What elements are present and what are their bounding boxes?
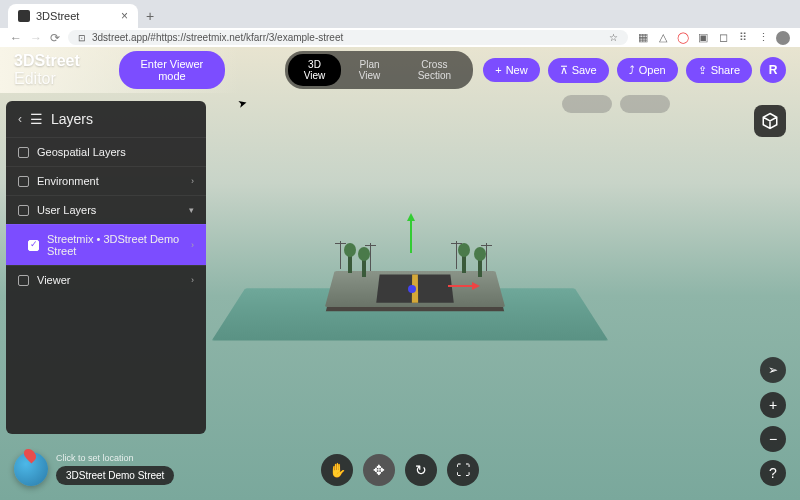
gizmo-center[interactable]	[408, 285, 416, 293]
checkbox-icon[interactable]	[18, 275, 29, 286]
open-icon: ⤴	[629, 64, 635, 76]
layer-label: User Layers	[37, 204, 96, 216]
address-bar: ← → ⟳ ⊡ 3dstreet.app/#https://streetmix.…	[0, 28, 800, 47]
user-avatar[interactable]: R	[760, 57, 786, 83]
chevron-icon: ›	[191, 275, 194, 285]
url-input[interactable]: ⊡ 3dstreet.app/#https://streetmix.net/kf…	[68, 30, 628, 45]
layer-label: Environment	[37, 175, 99, 187]
app-logo: 3DStreet Editor	[14, 52, 109, 88]
view-3d-button[interactable]: 3D View	[288, 54, 340, 86]
checkbox-icon[interactable]	[18, 205, 29, 216]
layers-header: ‹ ☰ Layers	[6, 101, 206, 137]
ext-icon[interactable]: △	[656, 31, 670, 45]
ext-icon[interactable]: ▦	[636, 31, 650, 45]
profile-avatar[interactable]	[776, 31, 790, 45]
layers-icon: ☰	[30, 111, 43, 127]
plus-icon: +	[495, 64, 501, 76]
open-button[interactable]: ⤴Open	[617, 58, 678, 82]
tab-title: 3DStreet	[36, 10, 79, 22]
view-mode-switcher: 3D View Plan View Cross Section	[285, 51, 473, 89]
view-plan-button[interactable]: Plan View	[341, 54, 399, 86]
logo-sub: Editor	[14, 70, 56, 87]
nav-back-icon[interactable]: ←	[10, 31, 22, 45]
checkbox-checked-icon[interactable]	[28, 240, 39, 251]
help-button[interactable]: ?	[760, 460, 786, 486]
app-viewport: 3DStreet Editor Enter Viewer mode 3D Vie…	[0, 47, 800, 500]
tab-favicon	[18, 10, 30, 22]
view-cross-button[interactable]: Cross Section	[399, 54, 471, 86]
layer-label: Viewer	[37, 274, 70, 286]
new-tab-button[interactable]: +	[138, 4, 162, 28]
tab-strip: 3DStreet × +	[0, 0, 800, 28]
ext-icon[interactable]: ⠿	[736, 31, 750, 45]
layer-viewer[interactable]: Viewer ›	[6, 265, 206, 294]
cube-icon	[761, 112, 779, 130]
back-icon[interactable]: ‹	[18, 112, 22, 126]
topbar-actions: +New ⊼Save ⤴Open ⇪Share R	[483, 57, 786, 83]
save-button[interactable]: ⊼Save	[548, 58, 609, 83]
save-icon: ⊼	[560, 64, 568, 77]
scale-tool[interactable]: ⛶	[447, 454, 479, 486]
move-tool[interactable]: ✥	[363, 454, 395, 486]
3d-scene[interactable]	[230, 207, 590, 377]
layers-title: Layers	[51, 111, 93, 127]
top-toolbar: 3DStreet Editor Enter Viewer mode 3D Vie…	[0, 47, 800, 93]
checkbox-icon[interactable]	[18, 147, 29, 158]
layer-label: Streetmix • 3DStreet Demo Street	[47, 233, 183, 257]
new-button[interactable]: +New	[483, 58, 539, 82]
layer-streetmix-demo[interactable]: Streetmix • 3DStreet Demo Street ›	[6, 224, 206, 265]
compass-button[interactable]: ➢	[760, 357, 786, 383]
secondary-buttons	[562, 95, 670, 113]
ghost-button[interactable]	[562, 95, 612, 113]
nav-forward-icon[interactable]: →	[30, 31, 42, 45]
globe-icon[interactable]	[14, 452, 48, 486]
chevron-down-icon: ▾	[189, 205, 194, 215]
extension-icons: ▦ △ ◯ ▣ ◻ ⠿ ⋮	[636, 31, 790, 45]
gizmo-x-axis[interactable]	[448, 285, 478, 287]
layer-label: Geospatial Layers	[37, 146, 126, 158]
nav-reload-icon[interactable]: ⟳	[50, 31, 60, 45]
zoom-out-button[interactable]: −	[760, 426, 786, 452]
tab-close-icon[interactable]: ×	[121, 9, 128, 23]
checkbox-icon[interactable]	[18, 176, 29, 187]
zoom-in-button[interactable]: +	[760, 392, 786, 418]
zoom-controls: + − ?	[760, 392, 786, 486]
location-name-chip[interactable]: 3DStreet Demo Street	[56, 466, 174, 485]
logo-main: 3DStreet	[14, 52, 80, 69]
ext-icon[interactable]: ▣	[696, 31, 710, 45]
location-hint: Click to set location	[56, 453, 174, 463]
ext-icon[interactable]: ◻	[716, 31, 730, 45]
rotate-tool[interactable]: ↻	[405, 454, 437, 486]
view-cube-button[interactable]	[754, 105, 786, 137]
ext-icon[interactable]: ◯	[676, 31, 690, 45]
share-icon: ⇪	[698, 64, 707, 77]
url-text: 3dstreet.app/#https://streetmix.net/kfar…	[92, 32, 343, 43]
browser-chrome: 3DStreet × + ← → ⟳ ⊡ 3dstreet.app/#https…	[0, 0, 800, 47]
pan-tool[interactable]: ✋	[321, 454, 353, 486]
browser-tab[interactable]: 3DStreet ×	[8, 4, 138, 28]
gizmo-y-axis[interactable]	[410, 215, 412, 253]
layer-environment[interactable]: Environment ›	[6, 166, 206, 195]
ghost-button[interactable]	[620, 95, 670, 113]
panel-spacer	[6, 294, 206, 434]
enter-viewer-mode-button[interactable]: Enter Viewer mode	[119, 51, 226, 89]
chevron-icon: ›	[191, 176, 194, 186]
chevron-icon: ›	[191, 240, 194, 250]
bookmark-icon[interactable]: ☆	[609, 32, 618, 43]
menu-icon[interactable]: ⋮	[756, 31, 770, 45]
layers-panel: ‹ ☰ Layers Geospatial Layers Environment…	[6, 101, 206, 434]
layer-user-layers[interactable]: User Layers ▾	[6, 195, 206, 224]
location-widget[interactable]: Click to set location 3DStreet Demo Stre…	[14, 452, 174, 486]
share-button[interactable]: ⇪Share	[686, 58, 752, 83]
location-text: Click to set location 3DStreet Demo Stre…	[56, 453, 174, 485]
layer-geospatial[interactable]: Geospatial Layers	[6, 137, 206, 166]
transform-toolbar: ✋ ✥ ↻ ⛶	[321, 454, 479, 486]
mouse-cursor-icon: ➤	[236, 96, 248, 111]
site-info-icon[interactable]: ⊡	[78, 33, 86, 43]
